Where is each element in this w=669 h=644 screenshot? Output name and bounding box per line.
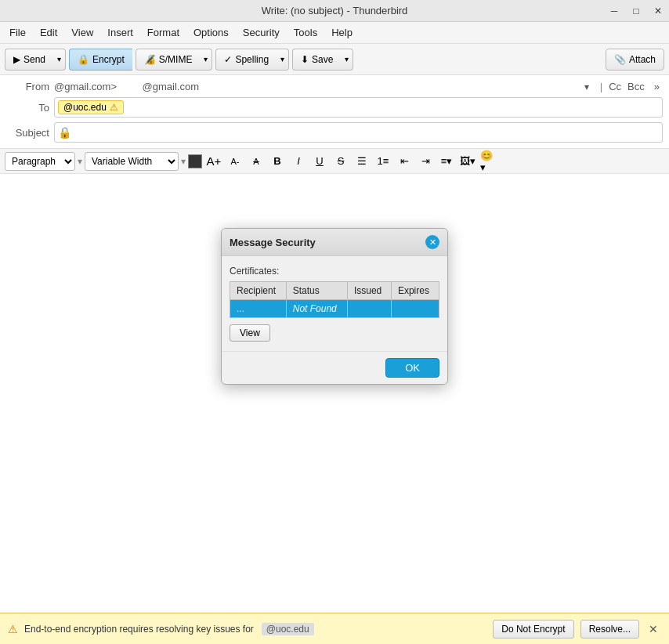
bold-btn[interactable]: B xyxy=(268,152,287,171)
ok-button[interactable]: OK xyxy=(385,358,439,378)
send-group: ▶ Send ▾ xyxy=(5,49,66,71)
italic-btn[interactable]: I xyxy=(289,152,308,171)
menu-format[interactable]: Format xyxy=(141,24,186,41)
spelling-icon: ✓ xyxy=(224,54,232,65)
align-btn[interactable]: ≡▾ xyxy=(437,152,456,171)
menu-help[interactable]: Help xyxy=(325,24,359,41)
subject-label: Subject xyxy=(6,127,49,139)
titlebar: Write: (no subject) - Thunderbird ─ □ ✕ xyxy=(0,0,669,22)
table-header-row: Recipient Status Issued Expires xyxy=(230,282,439,300)
from-address-text: @gmail.com> xyxy=(54,81,117,92)
message-security-dialog: Message Security ✕ Certificates: Recipie… xyxy=(221,228,448,385)
spelling-button[interactable]: ✓ Spelling xyxy=(215,49,277,71)
subject-icon: 🔒 xyxy=(58,126,71,139)
col-expires: Expires xyxy=(391,282,439,300)
toolbar: ▶ Send ▾ 🔒 Encrypt 🔏 S/MIME ▾ ✓ Spelling… xyxy=(0,44,669,75)
status-text: End-to-end encryption requires resolving… xyxy=(24,624,486,635)
encrypt-button[interactable]: 🔒 Encrypt xyxy=(69,49,132,71)
recipient-email: @uoc.edu xyxy=(63,102,107,113)
text-smaller-btn[interactable]: A- xyxy=(226,152,244,171)
statusbar: ⚠ End-to-end encryption requires resolvi… xyxy=(0,613,669,635)
modal-titlebar: Message Security ✕ xyxy=(222,229,447,256)
strikethrough-btn[interactable]: S xyxy=(331,152,350,171)
expand-button[interactable]: » xyxy=(651,81,663,92)
minimize-button[interactable]: ─ xyxy=(603,0,625,22)
menu-insert[interactable]: Insert xyxy=(101,24,139,41)
save-icon: ⬇ xyxy=(301,54,309,65)
save-label: Save xyxy=(312,54,333,65)
modal-close-button[interactable]: ✕ xyxy=(425,235,439,249)
modal-title: Message Security xyxy=(230,237,316,248)
cell-expires xyxy=(391,300,439,318)
recipient-tag[interactable]: @uoc.edu ⚠ xyxy=(58,100,124,114)
save-group: ⬇ Save ▾ xyxy=(292,49,353,71)
send-icon: ▶ xyxy=(13,54,20,65)
titlebar-controls: ─ □ ✕ xyxy=(603,0,669,22)
save-dropdown[interactable]: ▾ xyxy=(341,49,353,71)
modal-footer: OK xyxy=(222,351,447,384)
cell-recipient: ... xyxy=(230,300,287,318)
menu-security[interactable]: Security xyxy=(237,24,286,41)
from-address: @gmail.com> @gmail.com xyxy=(54,81,580,92)
send-label: Send xyxy=(24,54,45,65)
smime-label: S/MIME xyxy=(159,54,193,65)
cell-issued xyxy=(347,300,391,318)
unordered-list-btn[interactable]: ☰ xyxy=(353,152,371,171)
menu-tools[interactable]: Tools xyxy=(287,24,324,41)
col-issued: Issued xyxy=(347,282,391,300)
send-dropdown[interactable]: ▾ xyxy=(53,49,66,71)
subject-row: Subject 🔒 xyxy=(0,120,669,145)
table-row[interactable]: ... Not Found xyxy=(230,300,439,318)
text-larger-btn[interactable]: A+ xyxy=(204,152,223,171)
resolve-button[interactable]: Resolve... xyxy=(580,620,639,635)
smime-group: 🔏 S/MIME ▾ xyxy=(136,49,213,71)
cell-status: Not Found xyxy=(286,300,347,318)
outdent-btn[interactable]: ⇤ xyxy=(395,152,414,171)
send-button[interactable]: ▶ Send xyxy=(5,49,53,71)
bcc-button[interactable]: Bcc xyxy=(627,81,645,92)
cc-button[interactable]: Cc xyxy=(609,81,621,92)
color-picker[interactable] xyxy=(188,154,202,168)
menu-edit[interactable]: Edit xyxy=(34,24,63,41)
certificates-table: Recipient Status Issued Expires ... Not … xyxy=(230,281,439,318)
from-row: From @gmail.com> @gmail.com ▾ | Cc Bcc » xyxy=(0,78,669,95)
attach-label: Attach xyxy=(629,54,656,65)
to-row: To @uoc.edu ⚠ xyxy=(0,95,669,120)
format-toolbar: Paragraph ▾ Variable Width ▾ A+ A- A B I… xyxy=(0,149,669,174)
attach-button[interactable]: 📎 Attach xyxy=(606,49,664,71)
certificates-label: Certificates: xyxy=(230,266,439,277)
ordered-list-btn[interactable]: 1≡ xyxy=(374,152,392,171)
statusbar-close-button[interactable]: ✕ xyxy=(645,621,661,635)
modal-body: Certificates: Recipient Status Issued Ex… xyxy=(222,256,447,351)
to-label: To xyxy=(6,102,49,114)
warning-icon: ⚠ xyxy=(8,623,18,635)
view-button[interactable]: View xyxy=(230,324,270,342)
from-label: From xyxy=(6,81,49,92)
remove-format-btn[interactable]: A xyxy=(247,152,266,171)
close-button[interactable]: ✕ xyxy=(647,0,669,22)
save-button[interactable]: ⬇ Save xyxy=(292,49,341,71)
spelling-group: ✓ Spelling ▾ xyxy=(215,49,289,71)
paragraph-select[interactable]: Paragraph xyxy=(5,152,75,171)
menu-options[interactable]: Options xyxy=(187,24,235,41)
header-fields: From @gmail.com> @gmail.com ▾ | Cc Bcc »… xyxy=(0,75,669,149)
do-not-encrypt-button[interactable]: Do Not Encrypt xyxy=(493,620,573,635)
status-warn-text: End-to-end encryption requires resolving… xyxy=(24,624,254,635)
emoji-btn[interactable]: 😊▾ xyxy=(479,152,498,171)
smime-icon: 🔏 xyxy=(144,54,156,65)
underline-btn[interactable]: U xyxy=(310,152,329,171)
spelling-dropdown[interactable]: ▾ xyxy=(277,49,289,71)
restore-button[interactable]: □ xyxy=(625,0,647,22)
status-email: @uoc.edu xyxy=(262,623,314,635)
font-select[interactable]: Variable Width xyxy=(85,152,179,171)
smime-dropdown[interactable]: ▾ xyxy=(200,49,212,71)
menu-view[interactable]: View xyxy=(65,24,99,41)
smime-button[interactable]: 🔏 S/MIME xyxy=(136,49,201,71)
menubar: File Edit View Insert Format Options Sec… xyxy=(0,22,669,44)
titlebar-title: Write: (no subject) - Thunderbird xyxy=(262,5,408,16)
col-status: Status xyxy=(286,282,347,300)
menu-file[interactable]: File xyxy=(3,24,32,41)
encrypt-label: Encrypt xyxy=(92,54,125,65)
image-btn[interactable]: 🖼▾ xyxy=(458,152,477,171)
indent-btn[interactable]: ⇥ xyxy=(416,152,435,171)
